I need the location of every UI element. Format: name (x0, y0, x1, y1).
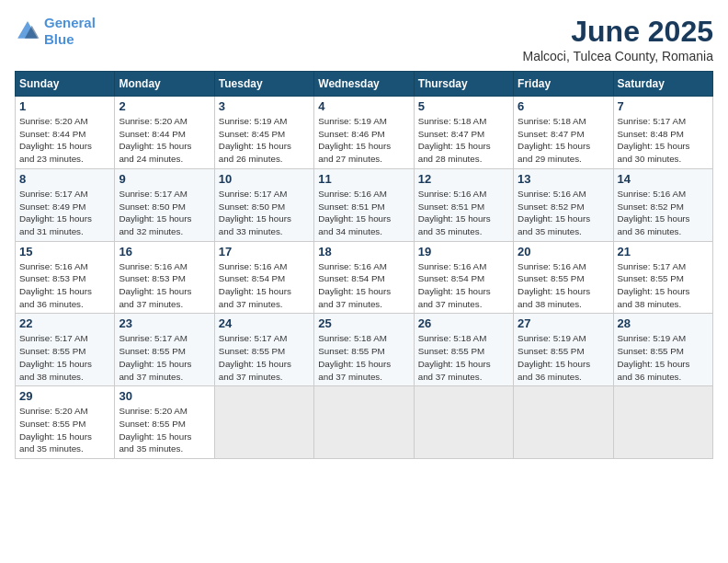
day-detail: Sunrise: 5:16 AM Sunset: 8:54 PM Dayligh… (318, 260, 409, 311)
day-detail: Sunrise: 5:16 AM Sunset: 8:53 PM Dayligh… (119, 260, 210, 311)
day-number: 28 (618, 316, 709, 330)
day-detail: Sunrise: 5:16 AM Sunset: 8:53 PM Dayligh… (19, 260, 110, 311)
calendar-cell: 30Sunrise: 5:20 AM Sunset: 8:55 PM Dayli… (115, 386, 214, 459)
header-saturday: Saturday (613, 72, 712, 97)
calendar-cell: 13Sunrise: 5:16 AM Sunset: 8:52 PM Dayli… (514, 168, 613, 241)
calendar-cell: 15Sunrise: 5:16 AM Sunset: 8:53 PM Dayli… (16, 241, 115, 314)
day-detail: Sunrise: 5:18 AM Sunset: 8:55 PM Dayligh… (318, 332, 409, 383)
day-detail: Sunrise: 5:16 AM Sunset: 8:51 PM Dayligh… (318, 188, 409, 238)
header-wednesday: Wednesday (314, 72, 414, 97)
calendar-cell (514, 386, 613, 459)
day-number: 17 (219, 245, 310, 259)
header-thursday: Thursday (414, 72, 513, 97)
day-detail: Sunrise: 5:16 AM Sunset: 8:51 PM Dayligh… (418, 188, 509, 238)
day-number: 1 (19, 99, 110, 113)
calendar-cell: 29Sunrise: 5:20 AM Sunset: 8:55 PM Dayli… (16, 386, 115, 459)
day-number: 9 (119, 172, 210, 186)
calendar-cell: 20Sunrise: 5:16 AM Sunset: 8:55 PM Dayli… (514, 241, 613, 314)
calendar-week-1: 8Sunrise: 5:17 AM Sunset: 8:49 PM Daylig… (16, 168, 713, 241)
day-detail: Sunrise: 5:20 AM Sunset: 8:44 PM Dayligh… (19, 115, 110, 166)
calendar-cell: 28Sunrise: 5:19 AM Sunset: 8:55 PM Dayli… (613, 314, 712, 386)
subtitle: Malcoci, Tulcea County, Romania (523, 49, 714, 63)
day-number: 29 (19, 389, 110, 403)
day-detail: Sunrise: 5:20 AM Sunset: 8:55 PM Dayligh… (19, 405, 110, 455)
day-number: 4 (318, 99, 409, 113)
day-number: 6 (518, 99, 609, 113)
day-number: 13 (518, 172, 609, 186)
calendar-cell: 2Sunrise: 5:20 AM Sunset: 8:44 PM Daylig… (115, 97, 214, 169)
day-number: 14 (618, 172, 709, 186)
day-number: 22 (19, 316, 110, 330)
day-number: 21 (618, 245, 709, 259)
day-detail: Sunrise: 5:19 AM Sunset: 8:55 PM Dayligh… (518, 332, 609, 383)
logo-line2: Blue (44, 31, 74, 47)
day-number: 30 (119, 389, 210, 403)
header-sunday: Sunday (16, 72, 115, 97)
calendar-cell: 22Sunrise: 5:17 AM Sunset: 8:55 PM Dayli… (16, 314, 115, 386)
day-number: 25 (318, 316, 409, 330)
calendar-cell: 25Sunrise: 5:18 AM Sunset: 8:55 PM Dayli… (314, 314, 414, 386)
calendar-week-4: 29Sunrise: 5:20 AM Sunset: 8:55 PM Dayli… (16, 386, 713, 459)
day-number: 24 (219, 316, 310, 330)
day-number: 16 (119, 245, 210, 259)
day-detail: Sunrise: 5:17 AM Sunset: 8:55 PM Dayligh… (119, 332, 210, 383)
day-detail: Sunrise: 5:17 AM Sunset: 8:55 PM Dayligh… (219, 332, 310, 383)
day-number: 8 (19, 172, 110, 186)
calendar-cell: 27Sunrise: 5:19 AM Sunset: 8:55 PM Dayli… (514, 314, 613, 386)
day-number: 7 (618, 99, 709, 113)
calendar-cell: 19Sunrise: 5:16 AM Sunset: 8:54 PM Dayli… (414, 241, 513, 314)
day-detail: Sunrise: 5:16 AM Sunset: 8:52 PM Dayligh… (618, 188, 709, 238)
calendar-cell: 16Sunrise: 5:16 AM Sunset: 8:53 PM Dayli… (115, 241, 214, 314)
page-header: General Blue June 2025 Malcoci, Tulcea C… (15, 15, 713, 63)
calendar-cell (613, 386, 712, 459)
calendar-week-2: 15Sunrise: 5:16 AM Sunset: 8:53 PM Dayli… (16, 241, 713, 314)
day-detail: Sunrise: 5:16 AM Sunset: 8:54 PM Dayligh… (219, 260, 310, 311)
calendar-cell: 7Sunrise: 5:17 AM Sunset: 8:48 PM Daylig… (613, 97, 712, 169)
day-detail: Sunrise: 5:16 AM Sunset: 8:52 PM Dayligh… (518, 188, 609, 238)
calendar-cell: 6Sunrise: 5:18 AM Sunset: 8:47 PM Daylig… (514, 97, 613, 169)
calendar-cell: 21Sunrise: 5:17 AM Sunset: 8:55 PM Dayli… (613, 241, 712, 314)
day-number: 15 (19, 245, 110, 259)
calendar-cell: 14Sunrise: 5:16 AM Sunset: 8:52 PM Dayli… (613, 168, 712, 241)
day-number: 18 (318, 245, 409, 259)
calendar-week-3: 22Sunrise: 5:17 AM Sunset: 8:55 PM Dayli… (16, 314, 713, 386)
day-detail: Sunrise: 5:19 AM Sunset: 8:55 PM Dayligh… (618, 332, 709, 383)
logo-line1: General (44, 15, 96, 30)
calendar-table: SundayMondayTuesdayWednesdayThursdayFrid… (15, 71, 713, 459)
header-monday: Monday (115, 72, 214, 97)
calendar-cell: 5Sunrise: 5:18 AM Sunset: 8:47 PM Daylig… (414, 97, 513, 169)
calendar-cell (214, 386, 313, 459)
calendar-week-0: 1Sunrise: 5:20 AM Sunset: 8:44 PM Daylig… (16, 97, 713, 169)
calendar-cell: 12Sunrise: 5:16 AM Sunset: 8:51 PM Dayli… (414, 168, 513, 241)
calendar-cell: 24Sunrise: 5:17 AM Sunset: 8:55 PM Dayli… (214, 314, 313, 386)
day-detail: Sunrise: 5:17 AM Sunset: 8:55 PM Dayligh… (19, 332, 110, 383)
calendar-cell: 8Sunrise: 5:17 AM Sunset: 8:49 PM Daylig… (16, 168, 115, 241)
calendar-cell (414, 386, 513, 459)
day-detail: Sunrise: 5:17 AM Sunset: 8:50 PM Dayligh… (219, 188, 310, 238)
calendar-cell: 3Sunrise: 5:19 AM Sunset: 8:45 PM Daylig… (214, 97, 313, 169)
day-number: 26 (418, 316, 509, 330)
calendar-cell: 26Sunrise: 5:18 AM Sunset: 8:55 PM Dayli… (414, 314, 513, 386)
calendar-cell: 23Sunrise: 5:17 AM Sunset: 8:55 PM Dayli… (115, 314, 214, 386)
logo-text: General Blue (44, 15, 96, 48)
calendar-cell: 17Sunrise: 5:16 AM Sunset: 8:54 PM Dayli… (214, 241, 313, 314)
logo-icon (15, 18, 40, 44)
calendar-cell: 11Sunrise: 5:16 AM Sunset: 8:51 PM Dayli… (314, 168, 414, 241)
header-tuesday: Tuesday (214, 72, 313, 97)
day-detail: Sunrise: 5:17 AM Sunset: 8:50 PM Dayligh… (119, 188, 210, 238)
calendar-cell: 10Sunrise: 5:17 AM Sunset: 8:50 PM Dayli… (214, 168, 313, 241)
day-number: 10 (219, 172, 310, 186)
day-number: 23 (119, 316, 210, 330)
day-detail: Sunrise: 5:20 AM Sunset: 8:44 PM Dayligh… (119, 115, 210, 166)
day-detail: Sunrise: 5:16 AM Sunset: 8:54 PM Dayligh… (418, 260, 509, 311)
day-number: 19 (418, 245, 509, 259)
calendar-cell (314, 386, 414, 459)
logo: General Blue (15, 15, 96, 48)
day-detail: Sunrise: 5:19 AM Sunset: 8:46 PM Dayligh… (318, 115, 409, 166)
calendar-cell: 18Sunrise: 5:16 AM Sunset: 8:54 PM Dayli… (314, 241, 414, 314)
month-title: June 2025 (523, 15, 714, 49)
day-number: 27 (518, 316, 609, 330)
calendar-cell: 9Sunrise: 5:17 AM Sunset: 8:50 PM Daylig… (115, 168, 214, 241)
title-area: June 2025 Malcoci, Tulcea County, Romani… (523, 15, 714, 63)
day-detail: Sunrise: 5:18 AM Sunset: 8:55 PM Dayligh… (418, 332, 509, 383)
